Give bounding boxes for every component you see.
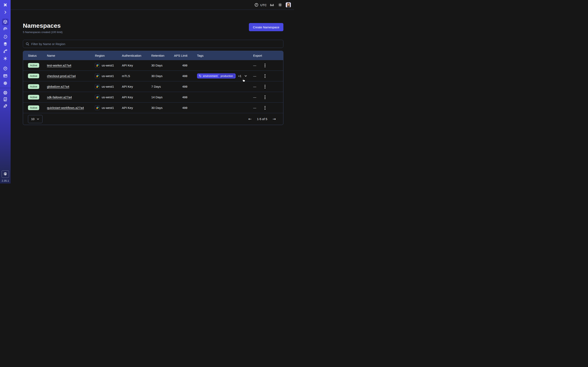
namespace-link[interactable]: checkout-prod.a27a4 <box>47 74 76 78</box>
temporal-logo-icon[interactable] <box>3 3 8 7</box>
col-tags: Tags <box>187 54 253 57</box>
table-row: Active checkout-prod.a27a4 us-west1 mTLS… <box>23 71 283 81</box>
namespace-link[interactable]: sdk-failover.a27a4 <box>47 95 72 99</box>
retention-value: 30 Days <box>151 106 174 109</box>
settings-gear-icon[interactable] <box>3 81 8 85</box>
page-size-select[interactable]: 10 <box>28 115 43 123</box>
aps-limit-value: 400 <box>174 75 187 78</box>
table-row: Active test-worker.a27a4 us-west1 API Ke… <box>23 60 283 71</box>
region-label: us-west1 <box>102 64 114 67</box>
col-retention: Retention <box>151 54 174 57</box>
namespace-link[interactable]: test-worker.a27a4 <box>47 64 71 67</box>
row-menu-kebab-icon[interactable] <box>263 83 268 90</box>
tag-chip[interactable]: environment production <box>197 73 236 78</box>
prev-page-arrow[interactable]: ← <box>248 117 251 121</box>
gcp-cloud-icon <box>95 74 100 78</box>
workflows-spiral-icon[interactable] <box>3 27 8 31</box>
sidebar: 2.35.1 <box>0 0 11 184</box>
export-value: — <box>253 95 263 99</box>
tag-more-count: +1 <box>238 75 241 78</box>
region-label: us-west1 <box>102 85 114 88</box>
avatar[interactable] <box>286 2 291 8</box>
usage-gauge-icon[interactable] <box>3 66 8 71</box>
col-authentication: Authentication <box>122 54 151 57</box>
aps-limit-value: 400 <box>174 64 187 67</box>
col-region: Region <box>95 54 122 57</box>
glasses-icon[interactable] <box>270 3 274 7</box>
namespace-link[interactable]: globalizer.a27a4 <box>47 85 69 88</box>
col-name: Name <box>47 54 95 57</box>
create-namespace-button[interactable]: Create Namespace <box>249 23 283 31</box>
support-lifebuoy-icon[interactable] <box>3 91 8 95</box>
table-row: Active globalizer.a27a4 us-west1 API Key… <box>23 81 283 92</box>
col-export: Export <box>253 54 263 57</box>
pricing-dollar-icon[interactable] <box>2 170 9 178</box>
next-page-arrow[interactable]: → <box>273 117 276 121</box>
auth-value: mTLS <box>122 74 151 78</box>
namespace-count-subtitle: 5 Namespaces created (100 limit) <box>23 31 62 34</box>
page-size-value: 10 <box>31 117 35 121</box>
namespaces-cube-icon[interactable] <box>3 20 8 24</box>
sun-icon[interactable] <box>278 3 282 7</box>
aps-limit-value: 400 <box>174 106 187 109</box>
pagination-range: 1-5 of 5 <box>257 117 267 121</box>
gcp-cloud-icon <box>95 63 100 68</box>
namespace-link[interactable]: quickstart-workflows.a27a4 <box>47 106 84 109</box>
gcp-cloud-icon <box>95 84 100 89</box>
auth-value: API Key <box>122 106 151 109</box>
tags-expand-chevron-down-icon[interactable] <box>244 74 248 78</box>
sidebar-divider <box>0 88 11 88</box>
timezone-label: UTC <box>260 3 267 7</box>
row-menu-kebab-icon[interactable] <box>263 73 268 79</box>
timezone-selector[interactable]: UTC <box>254 0 267 10</box>
schedules-timer-icon[interactable] <box>3 34 8 39</box>
gcp-cloud-icon <box>95 105 100 110</box>
retention-value: 30 Days <box>151 74 174 78</box>
topbar: UTC <box>11 0 294 10</box>
clock-icon <box>254 3 259 7</box>
retention-value: 30 Days <box>151 64 174 67</box>
search-icon <box>26 42 29 46</box>
table-row: Active sdk-failover.a27a4 us-west1 API K… <box>23 92 283 102</box>
main-content: Namespaces 5 Namespaces created (100 lim… <box>11 10 294 184</box>
auth-value: API Key <box>122 85 151 88</box>
namespaces-table: Status Name Region Authentication Retent… <box>23 51 283 125</box>
status-badge: Active <box>28 63 39 68</box>
col-aps-limit: APS Limit <box>174 54 187 57</box>
table-row: Active quickstart-workflows.a27a4 us-wes… <box>23 102 283 113</box>
status-badge: Active <box>28 95 39 100</box>
page-title: Namespaces <box>23 22 62 29</box>
app-version: 2.35.1 <box>0 179 11 182</box>
export-value: — <box>253 64 263 67</box>
docs-book-icon[interactable] <box>3 97 8 101</box>
status-badge: Active <box>28 105 39 110</box>
table-footer: 10 ← 1-5 of 5 → <box>23 113 283 125</box>
aps-limit-value: 400 <box>174 85 187 88</box>
row-menu-kebab-icon[interactable] <box>263 94 268 100</box>
filter-bar[interactable] <box>23 40 283 48</box>
region-label: us-west1 <box>102 95 114 99</box>
region-label: us-west1 <box>102 74 114 78</box>
chevron-right-icon[interactable] <box>3 10 8 15</box>
filter-input[interactable] <box>31 42 281 46</box>
aps-limit-value: 400 <box>174 96 187 99</box>
row-menu-kebab-icon[interactable] <box>263 62 268 68</box>
row-menu-kebab-icon[interactable] <box>263 105 268 111</box>
export-value: — <box>253 85 263 88</box>
tag-value: production <box>219 74 235 78</box>
nexus-asterisk-icon[interactable] <box>3 56 8 61</box>
status-badge: Active <box>28 84 39 89</box>
getting-started-rocket-icon[interactable] <box>3 104 8 108</box>
tags-cell: environment production +1 <box>187 73 253 78</box>
export-value: — <box>253 106 263 109</box>
auth-value: API Key <box>122 64 151 67</box>
export-value: — <box>253 74 263 78</box>
stack-layers-icon[interactable] <box>3 42 8 46</box>
tag-key: environment <box>203 75 218 77</box>
billing-card-icon[interactable] <box>3 74 8 78</box>
status-badge: Active <box>28 74 39 78</box>
deployments-branch-icon[interactable] <box>3 49 8 53</box>
auth-value: API Key <box>122 95 151 99</box>
retention-value: 7 Days <box>151 85 174 88</box>
chevron-down-icon <box>36 118 39 120</box>
